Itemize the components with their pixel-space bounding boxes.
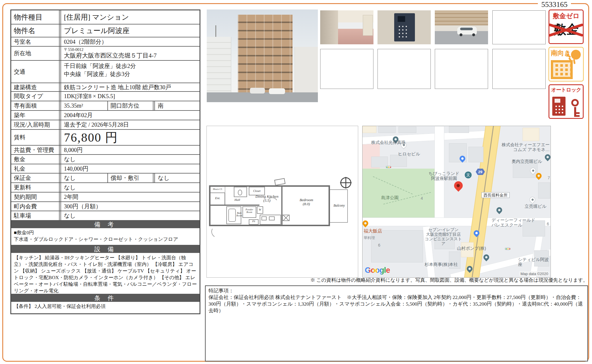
compass-icon bbox=[340, 177, 351, 188]
table-row: 現況/入居時期 退去予定 / 2026年5月28日 bbox=[11, 120, 200, 129]
photo-hallway bbox=[320, 10, 373, 44]
wall bbox=[210, 205, 259, 206]
table-row: 間取タイプ 1DK[洋室8 × DK5.5] bbox=[11, 91, 200, 101]
room-label-washer: W bbox=[257, 208, 263, 211]
special-notes-body: 保証会社：保証会社利用必須 株式会社テナントファースト ※大手法人相談可・保険：… bbox=[208, 294, 585, 314]
map-label: シティビル阿波座 bbox=[518, 257, 551, 267]
row-value: 2年間 bbox=[60, 193, 200, 201]
map-label: ちびっこランド 阿波座駅前園 bbox=[425, 171, 463, 181]
badge-south-facing: 南向き bbox=[549, 47, 584, 81]
row-value: 35.35m² bbox=[60, 101, 107, 110]
map-label: 7 bbox=[548, 176, 550, 180]
conditions-section-header: 条 件 bbox=[11, 294, 200, 302]
row-value: なし bbox=[60, 183, 200, 192]
traffic-light-icon bbox=[505, 247, 511, 250]
map-label: 奥内立売堀ビル bbox=[512, 159, 542, 164]
intercom-keypad-icon bbox=[552, 97, 566, 116]
row-label: 現況/入居時期 bbox=[11, 120, 60, 129]
remarks-section-header: 備 考 bbox=[11, 220, 200, 228]
school-icon: 文 bbox=[465, 171, 472, 178]
traffic-light-icon bbox=[386, 166, 391, 168]
empty-photo-slot bbox=[320, 49, 373, 89]
row-value: プレミュール阿波座 bbox=[60, 24, 200, 37]
row-value: なし bbox=[60, 155, 200, 164]
table-row: 号室名 0204（2階部分） bbox=[11, 37, 200, 46]
photo-car bbox=[250, 88, 265, 94]
row-value: 〒550-0012 大阪府大阪市西区立売堀５丁目4-7 bbox=[60, 47, 200, 60]
row-label: 間取タイプ bbox=[11, 92, 60, 101]
photo-main-building bbox=[238, 15, 293, 94]
main-photo-building-exterior bbox=[207, 9, 318, 102]
car-wheel bbox=[460, 33, 462, 36]
table-row: 共益費・管理費 8,000円 bbox=[11, 145, 200, 154]
badge-zero-deposit-title: 敷金ゼロ bbox=[549, 10, 583, 20]
row-label: 更新料 bbox=[11, 183, 60, 192]
kitchen-stove-icon bbox=[269, 216, 275, 220]
map-label: 福大飯店 bbox=[364, 228, 382, 234]
map-credit: Map data ©2020 bbox=[519, 271, 549, 276]
map-label: 株式会社光伸真珠 bbox=[371, 140, 406, 145]
photo-neighbor-building bbox=[207, 37, 231, 96]
sun-ray-icon bbox=[573, 59, 576, 64]
map-building bbox=[378, 126, 396, 133]
table-row: 敷金 なし bbox=[11, 154, 200, 164]
intercom-keypad bbox=[398, 25, 409, 38]
table-row: 礼金 140,000円 bbox=[11, 164, 200, 173]
special-notes-title: 特記事項： bbox=[208, 287, 585, 294]
poi-pin-icon bbox=[495, 206, 503, 214]
room-label-closet: Closet bbox=[249, 189, 264, 193]
table-row: 町内会費 300円（月額） bbox=[11, 201, 200, 211]
map-building bbox=[468, 147, 483, 162]
conditions-text: 【条件】 2人入居可能・保証会社利用必須 bbox=[11, 302, 200, 313]
table-row: 建築構造 鉄筋コンクリート造 地上10階 総戸数30戸 bbox=[11, 83, 200, 91]
table-row: 駐車場 なし bbox=[11, 211, 200, 220]
map-label: 西長堀料金所 bbox=[481, 192, 510, 198]
hallway-door bbox=[363, 15, 373, 36]
empty-photo-slot bbox=[492, 49, 546, 89]
document-number: 5533165 bbox=[538, 0, 571, 9]
postal-code: 〒550-0012 bbox=[64, 47, 84, 52]
map-building bbox=[449, 126, 469, 133]
table-row: 保証金 なし 償却・敷引 なし bbox=[11, 173, 200, 182]
row-value-2: なし bbox=[154, 174, 200, 182]
row-label: 礼金 bbox=[11, 164, 60, 173]
remarks-text: ■敷金0円 下水道・ダブルロックドア・シャワー・クローゼット・クッションフロア bbox=[11, 228, 200, 245]
row-value: 1DK[洋室8 × DK5.5] bbox=[60, 92, 200, 101]
photo-neighbor-building-right bbox=[295, 47, 318, 94]
room-label-ent: Ent. bbox=[212, 196, 223, 200]
floorplan-drawing: Balcony Shoes Cl. Ent. Hall Closet Bath … bbox=[208, 177, 355, 238]
map-building bbox=[363, 126, 376, 133]
table-row: 更新料 なし bbox=[11, 182, 200, 192]
row-label: 所在地 bbox=[11, 47, 60, 60]
row-label: 敷金 bbox=[11, 155, 60, 164]
row-value: 退去予定 / 2026年5月28日 bbox=[60, 120, 200, 129]
room-label-bedroom: Bedroom (8.0) bbox=[291, 198, 322, 206]
map-label: 6 bbox=[378, 243, 380, 247]
map-label: 山村ポンプ(株) bbox=[457, 246, 486, 251]
map-building bbox=[390, 155, 407, 167]
car-wheel bbox=[472, 33, 475, 36]
map-building bbox=[399, 127, 416, 133]
row-value: なし bbox=[60, 211, 200, 220]
badge-zero-deposit: 敷金ゼロ 敷金 bbox=[549, 9, 584, 44]
photo-car bbox=[269, 88, 285, 94]
property-spec-table: 物件種目 [住居用] マンション 物件名 プレミュール阿波座 号室名 0204（… bbox=[10, 9, 200, 314]
google-logo: Google bbox=[365, 266, 390, 275]
row-label: 町内会費 bbox=[11, 202, 60, 211]
photo-intercom bbox=[377, 10, 431, 44]
row-value: 300円（月額） bbox=[60, 202, 200, 211]
map-label: 4 bbox=[421, 196, 423, 201]
empty-photo-slot bbox=[435, 49, 488, 89]
entrance-door-arc bbox=[210, 224, 225, 239]
room-label-hall: Hall bbox=[232, 198, 243, 201]
property-sheet-page: 5533165 物件種目 [住居用] マンション 物件名 プレミュール阿波座 号… bbox=[0, 0, 592, 364]
badge-auto-lock: オートロック bbox=[549, 84, 584, 119]
parking-building bbox=[435, 10, 488, 25]
table-row: 物件名 プレミュール阿波座 bbox=[11, 24, 200, 37]
row-value: 8,000円 bbox=[60, 146, 200, 154]
map-building bbox=[523, 128, 539, 141]
map-label: 島津公園 bbox=[381, 195, 399, 200]
badge-auto-lock-title: オートロック bbox=[549, 85, 583, 93]
location-map: 文 29 株式会社光伸真珠 ヒロセビル ちびっこランド 阿波座駅前園 島津公園 … bbox=[362, 126, 551, 278]
table-row: 交通 千日前線「阿波座」徒歩2分 中央線「阿波座」徒歩3分 bbox=[11, 60, 200, 83]
